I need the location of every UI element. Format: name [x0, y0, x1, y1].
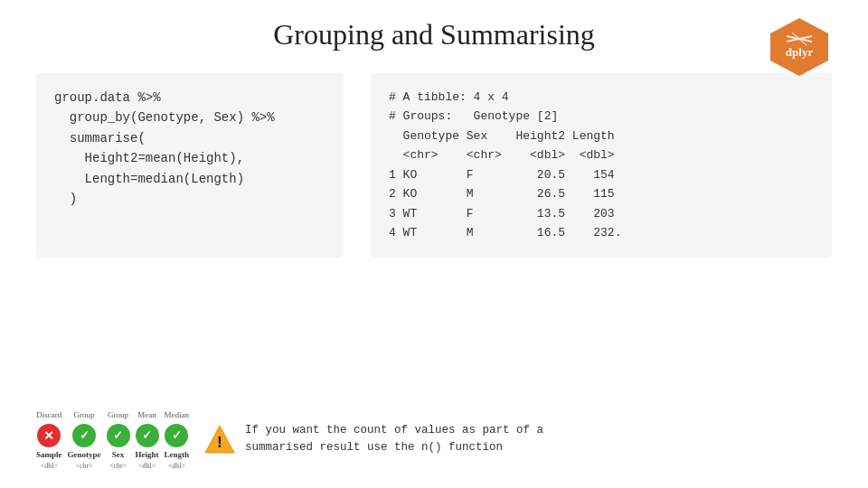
step-icon-red: ✕: [37, 424, 61, 447]
step-name-genotype: Genotype: [68, 450, 101, 459]
step-icon-green4: ✓: [165, 424, 188, 447]
output-block: # A tibble: 4 x 4 # Groups: Genotype [2]…: [371, 73, 832, 258]
code-block: group.data %>% group_by(Genotype, Sex) %…: [36, 73, 344, 258]
pipe-step-length: Median ✓ Length <dbl>: [165, 408, 190, 470]
step-type-length: <dbl>: [168, 462, 185, 470]
pipe-step-genotype: Group ✓ Genotype <chr>: [68, 408, 101, 470]
step-label-group1: Group: [74, 408, 95, 421]
svg-text:dplyr: dplyr: [786, 45, 814, 59]
step-label-median: Median: [165, 408, 190, 421]
step-type-sample: <dbl>: [41, 462, 58, 470]
step-name-length: Length: [165, 450, 190, 459]
step-icon-green3: ✓: [136, 424, 159, 447]
step-name-sample: Sample: [36, 450, 62, 459]
dplyr-logo: dplyr: [767, 14, 832, 83]
step-name-sex: Sex: [112, 450, 125, 459]
step-icon-green2: ✓: [107, 424, 130, 447]
warning-icon: !: [203, 423, 236, 455]
step-type-sex: <chr>: [109, 462, 127, 470]
page-title: Grouping and Summarising: [36, 18, 832, 52]
dplyr-hex-icon: dplyr: [767, 14, 832, 80]
warning-text: If you want the count of values as part …: [245, 422, 543, 456]
step-label-group2: Group: [108, 408, 128, 421]
step-icon-green1: ✓: [72, 424, 96, 447]
warning-line2: summarised result use the n() function: [245, 441, 503, 454]
content-area: group.data %>% group_by(Genotype, Sex) %…: [36, 73, 832, 258]
step-name-height: Height: [136, 450, 159, 459]
warning-message: ! If you want the count of values as par…: [203, 422, 832, 456]
svg-text:!: !: [215, 434, 225, 452]
step-label-mean: Mean: [137, 408, 156, 421]
step-type-genotype: <chr>: [75, 462, 92, 470]
step-type-height: <dbl>: [138, 462, 156, 470]
step-label-discard: Discard: [36, 408, 61, 421]
warning-line1: If you want the count of values as part …: [245, 424, 543, 436]
page: Grouping and Summarising dplyr group.dat…: [0, 0, 868, 488]
pipe-step-sex: Group ✓ Sex <chr>: [107, 408, 130, 470]
pipe-step-height: Mean ✓ Height <dbl>: [136, 408, 159, 470]
pipe-step-sample: Discard ✕ Sample <dbl>: [36, 408, 62, 470]
bottom-section: Discard ✕ Sample <dbl> Group ✓ Genotype …: [36, 408, 832, 470]
pipeline-diagram: Discard ✕ Sample <dbl> Group ✓ Genotype …: [36, 408, 189, 470]
